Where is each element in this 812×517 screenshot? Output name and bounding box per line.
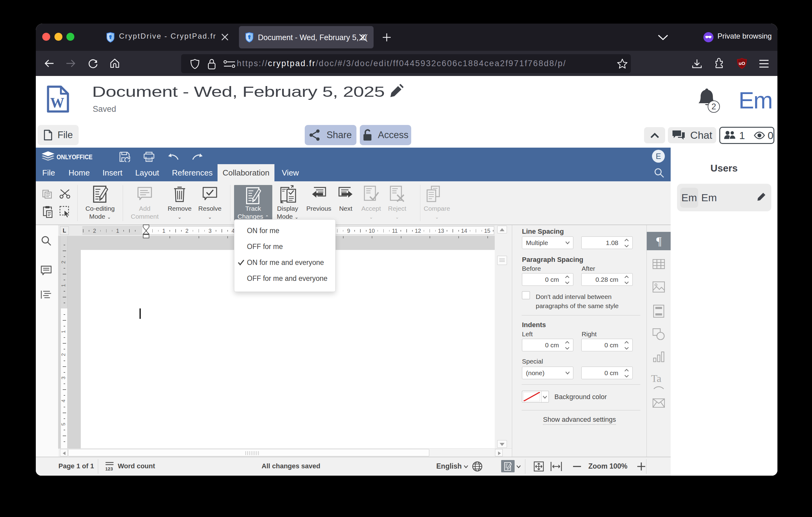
svg-text:123: 123	[105, 466, 113, 471]
svg-text:uO: uO	[739, 61, 745, 66]
svg-text:W: W	[50, 95, 64, 111]
